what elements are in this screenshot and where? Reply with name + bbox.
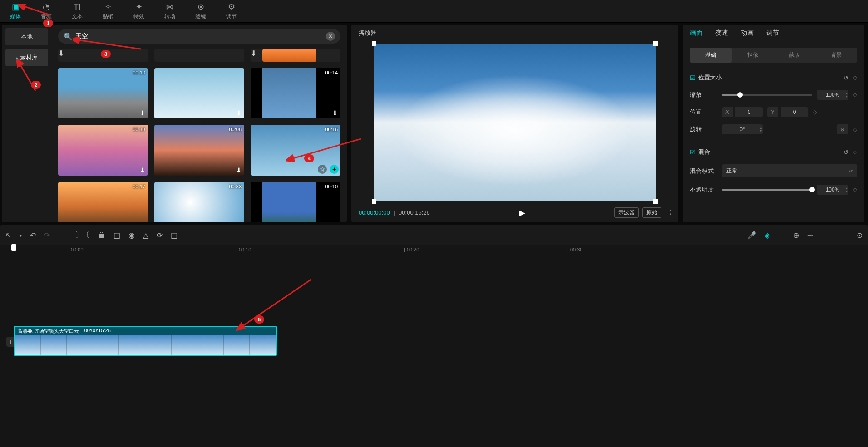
opacity-input[interactable]: 100%▴▾: [817, 185, 848, 195]
properties-panel: 画面 变速 动画 调节 基础 抠像 蒙版 背景 ☑ 位置大小 ↺◇ 缩放 100…: [683, 25, 864, 222]
keyframe-icon[interactable]: ◇: [853, 149, 857, 156]
media-thumb[interactable]: 00:08⬇: [154, 125, 244, 175]
timeline-toolbar: ↖ ▾ ↶ ↷ 〕〔 🗑 ◫ ◉ △ ⟳ ◰ 🎤 ◈ ▭ ⊕ ⊸ ⊙: [0, 225, 868, 245]
fullscreen-icon[interactable]: ⛶: [665, 209, 671, 216]
timeline[interactable]: 00:00 | 00:10 | 00:20 | 00:30 ▢ 🔊 封面 高清4…: [0, 245, 868, 447]
crop-tool-2[interactable]: ◰: [171, 231, 178, 240]
annotation-badge-5: 5: [254, 315, 264, 324]
filter-icon: ⊗: [197, 2, 204, 12]
tab-effect[interactable]: ✦特效: [123, 0, 154, 22]
search-clear[interactable]: ✕: [326, 32, 335, 41]
sidebar-local[interactable]: 本地: [5, 28, 48, 45]
subtab-cutout[interactable]: 抠像: [732, 48, 774, 63]
media-thumb[interactable]: 00:17⬇: [58, 182, 148, 222]
search-bar: 🔍 ✕: [58, 29, 340, 44]
position-y[interactable]: 0: [781, 107, 808, 117]
media-thumb[interactable]: ⬇: [154, 68, 244, 118]
time-total: 00:00:15:26: [399, 209, 430, 216]
checkbox-icon[interactable]: ☑: [690, 149, 695, 156]
zoom-fit-icon[interactable]: ⊙: [857, 231, 863, 240]
resize-handle[interactable]: [653, 199, 658, 204]
resize-handle[interactable]: [372, 41, 376, 46]
download-icon[interactable]: ⬇: [58, 49, 64, 57]
media-sidebar: 本地 ▸素材库: [2, 25, 52, 222]
cursor-tool[interactable]: ↖: [5, 231, 11, 240]
align-icon[interactable]: ⊕: [793, 231, 799, 240]
props-tab-adjust[interactable]: 调节: [766, 29, 779, 41]
rotation-input[interactable]: 0°▴▾: [722, 124, 763, 134]
rotate-tool[interactable]: ⟳: [157, 231, 163, 240]
media-thumb[interactable]: 00:14⬇: [251, 68, 340, 118]
resize-handle[interactable]: [653, 41, 658, 46]
media-thumb[interactable]: 00:10⬇: [251, 182, 340, 222]
add-to-timeline[interactable]: +: [330, 165, 339, 174]
thumb-partial[interactable]: [154, 49, 244, 62]
tab-text[interactable]: TI文本: [62, 0, 93, 22]
preview-viewport[interactable]: [351, 42, 678, 203]
subtab-mask[interactable]: 蒙版: [774, 48, 815, 63]
crop-tool-1[interactable]: ◫: [113, 231, 120, 240]
mic-icon[interactable]: 🎤: [747, 231, 756, 240]
snap-icon[interactable]: ⊸: [807, 231, 813, 240]
undo-button[interactable]: ↶: [30, 231, 36, 240]
download-icon[interactable]: ⬇: [332, 109, 338, 117]
keyframe-icon[interactable]: ◇: [853, 126, 857, 133]
play-button[interactable]: ▶: [519, 208, 525, 218]
position-x[interactable]: 0: [735, 107, 763, 117]
opacity-slider[interactable]: [722, 189, 812, 191]
download-icon[interactable]: ⬇: [236, 167, 242, 174]
original-button[interactable]: 原始: [642, 207, 661, 218]
media-thumb[interactable]: 00:10⬇: [58, 68, 148, 118]
keyframe-icon[interactable]: ◇: [853, 74, 857, 81]
annotation-badge-2: 2: [31, 81, 41, 89]
download-icon[interactable]: ⬇: [236, 109, 242, 117]
auto-caption-icon[interactable]: ◈: [764, 231, 770, 240]
media-thumb[interactable]: 00:33⬇: [154, 182, 244, 222]
keyframe-icon[interactable]: ◇: [853, 187, 857, 193]
checkbox-icon[interactable]: ☑: [690, 74, 695, 81]
search-input[interactable]: [75, 33, 326, 40]
tab-filter[interactable]: ⊗滤镜: [185, 0, 216, 22]
download-icon[interactable]: ⬇: [251, 49, 256, 57]
blend-mode-select[interactable]: 正常▴▾: [722, 164, 857, 177]
download-icon[interactable]: ⬇: [140, 109, 145, 117]
tab-transition[interactable]: ⋈转场: [154, 0, 185, 22]
chevron-down-icon[interactable]: ▾: [20, 233, 22, 238]
speed-tool[interactable]: ◉: [128, 231, 135, 240]
sidebar-library[interactable]: ▸素材库: [5, 49, 48, 66]
thumb-partial[interactable]: ⬇: [251, 49, 340, 62]
props-tab-speed[interactable]: 变速: [715, 29, 728, 41]
link-icon[interactable]: ⊖: [837, 124, 848, 134]
tab-sticker[interactable]: ✧贴纸: [93, 0, 123, 22]
props-tab-picture[interactable]: 画面: [690, 29, 703, 41]
timeline-ruler[interactable]: 00:00 | 00:10 | 00:20 | 00:30: [54, 245, 868, 256]
subtab-background[interactable]: 背景: [815, 48, 857, 63]
subtab-basic[interactable]: 基础: [690, 48, 732, 63]
tab-adjust[interactable]: ⚙调节: [216, 0, 247, 22]
keyframe-icon[interactable]: ◇: [853, 92, 857, 98]
redo-button[interactable]: ↷: [44, 231, 50, 240]
preview-frame[interactable]: [374, 44, 656, 201]
text-icon: TI: [74, 2, 81, 12]
media-thumb[interactable]: 00:18⬇: [58, 125, 148, 175]
delete-tool[interactable]: 🗑: [98, 231, 105, 239]
split-tool[interactable]: 〕〔: [75, 231, 90, 240]
favorite-icon[interactable]: ☆: [318, 165, 327, 174]
media-thumb-hover[interactable]: 00:16☆+: [251, 125, 340, 175]
blend-mode-label: 混合模式: [690, 167, 717, 175]
timeline-clip[interactable]: 高清4k 过场空镜头天空白云 00:00:15:26: [14, 326, 277, 356]
resize-handle[interactable]: [372, 199, 376, 204]
scale-label: 缩放: [690, 91, 717, 99]
oscilloscope-button[interactable]: 示波器: [614, 207, 639, 218]
scale-slider[interactable]: [722, 94, 812, 96]
download-icon[interactable]: ⬇: [140, 167, 145, 174]
reset-icon[interactable]: ↺: [843, 149, 848, 156]
toggle-icon[interactable]: ▭: [778, 231, 785, 240]
keyframe-icon[interactable]: ◇: [813, 109, 817, 115]
props-tab-animation[interactable]: 动画: [741, 29, 754, 41]
reset-icon[interactable]: ↺: [843, 74, 848, 81]
mirror-tool[interactable]: △: [143, 231, 148, 240]
scale-input[interactable]: 100%▴▾: [817, 90, 848, 100]
adjust-icon: ⚙: [228, 2, 235, 12]
tab-media[interactable]: ▣媒体: [0, 0, 31, 22]
